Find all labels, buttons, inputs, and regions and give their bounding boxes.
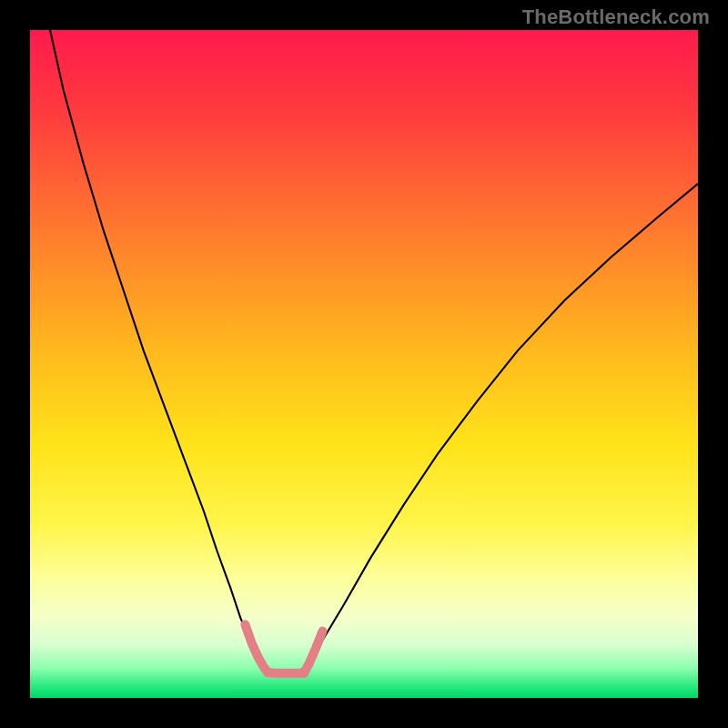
series-left-branch [50, 30, 267, 673]
series-right-branch [298, 184, 698, 673]
series-handle-bottom [268, 672, 304, 673]
series-handle-left [245, 624, 268, 672]
chart-frame: TheBottleneck.com [0, 0, 728, 728]
curve-layer [30, 30, 698, 698]
series-handle-right [304, 632, 323, 673]
watermark-text: TheBottleneck.com [522, 5, 710, 29]
plot-area [30, 30, 698, 698]
